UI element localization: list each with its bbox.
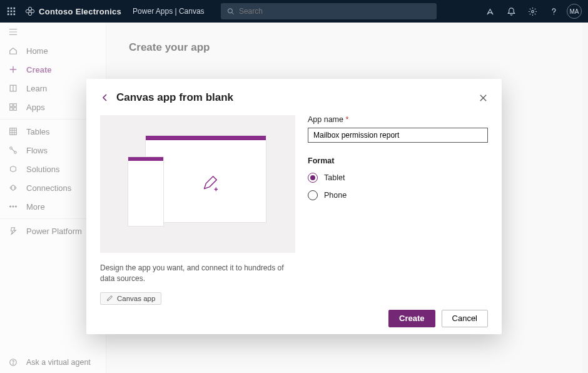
radio-label: Phone bbox=[324, 191, 347, 200]
avatar[interactable]: MA bbox=[567, 4, 582, 19]
format-option-tablet[interactable]: Tablet bbox=[308, 173, 488, 183]
brand[interactable]: Contoso Electronics bbox=[23, 6, 133, 16]
top-bar: Contoso Electronics Power Apps | Canvas … bbox=[0, 0, 588, 23]
format-option-phone[interactable]: Phone bbox=[308, 190, 488, 200]
help-icon[interactable] bbox=[543, 0, 564, 23]
svg-rect-4 bbox=[11, 11, 13, 13]
gear-icon[interactable] bbox=[522, 0, 543, 23]
canvas-from-blank-modal: Canvas app from blank Design the app you… bbox=[86, 79, 502, 334]
modal-title: Canvas app from blank bbox=[116, 91, 233, 104]
svg-rect-1 bbox=[11, 8, 13, 9]
svg-point-15 bbox=[531, 10, 534, 13]
pencil-icon bbox=[106, 295, 113, 302]
app-type-badge: Canvas app bbox=[100, 292, 161, 305]
svg-point-12 bbox=[28, 12, 31, 15]
environment-icon[interactable] bbox=[479, 0, 500, 23]
svg-rect-3 bbox=[8, 11, 9, 13]
brand-logo-icon bbox=[25, 6, 35, 16]
badge-label: Canvas app bbox=[117, 295, 155, 302]
preview-description: Design the app you want, and connect it … bbox=[100, 263, 295, 285]
cancel-button[interactable]: Cancel bbox=[442, 310, 488, 327]
bell-icon[interactable] bbox=[500, 0, 522, 23]
back-arrow-icon[interactable] bbox=[100, 93, 116, 103]
search-box[interactable] bbox=[221, 3, 437, 19]
close-icon[interactable] bbox=[479, 93, 488, 103]
search-icon bbox=[227, 8, 234, 15]
brand-name: Contoso Electronics bbox=[39, 7, 121, 16]
breadcrumb[interactable]: Power Apps | Canvas bbox=[133, 7, 205, 16]
search-input[interactable] bbox=[239, 7, 430, 16]
svg-rect-7 bbox=[11, 14, 13, 16]
radio-label: Tablet bbox=[324, 173, 345, 182]
app-name-input[interactable] bbox=[308, 128, 488, 143]
app-name-label: App name * bbox=[308, 115, 488, 124]
svg-rect-8 bbox=[14, 14, 16, 16]
radio-unselected-icon bbox=[308, 190, 318, 200]
svg-point-13 bbox=[228, 9, 232, 13]
svg-rect-0 bbox=[8, 8, 9, 9]
required-asterisk: * bbox=[345, 115, 348, 124]
waffle-icon[interactable] bbox=[0, 7, 23, 16]
svg-rect-5 bbox=[14, 11, 16, 13]
preview-illustration bbox=[100, 115, 295, 253]
top-right-actions: MA bbox=[479, 0, 588, 23]
radio-selected-icon bbox=[308, 173, 318, 183]
svg-rect-2 bbox=[14, 8, 16, 9]
format-label: Format bbox=[308, 156, 488, 165]
svg-point-11 bbox=[28, 7, 31, 10]
create-button[interactable]: Create bbox=[388, 310, 435, 327]
svg-line-14 bbox=[231, 13, 233, 14]
pen-plus-icon bbox=[200, 174, 219, 195]
svg-rect-6 bbox=[8, 14, 9, 16]
